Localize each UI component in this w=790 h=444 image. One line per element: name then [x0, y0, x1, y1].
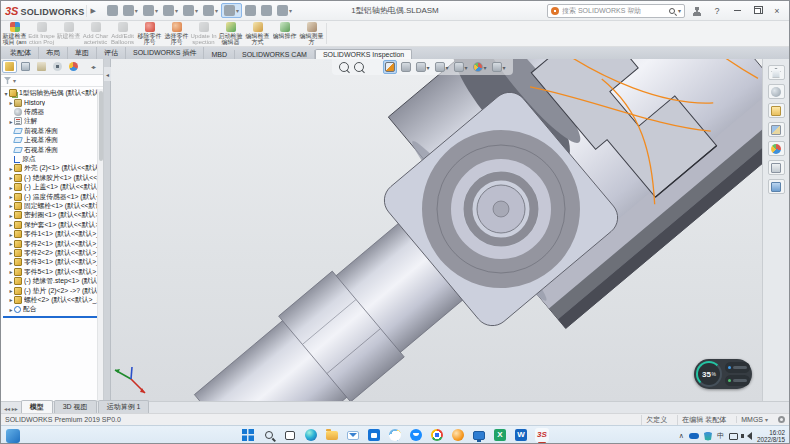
- help-button[interactable]: ?: [709, 4, 725, 18]
- edit-methods-button[interactable]: 编辑检查方式: [244, 21, 271, 46]
- view-orientation-button[interactable]: ▾: [414, 61, 430, 73]
- home-button[interactable]: [105, 4, 120, 17]
- search-caret-icon[interactable]: ▾: [678, 7, 681, 14]
- tree-item[interactable]: 传感器: [8, 107, 103, 116]
- tree-item[interactable]: 零件3<1> (默认<<默认>_显示状: [8, 258, 103, 267]
- file-explorer-tab[interactable]: [768, 103, 785, 118]
- custom-properties-tab[interactable]: [768, 160, 785, 175]
- store-taskbar-icon[interactable]: [367, 428, 381, 442]
- add-characteristic-button[interactable]: Add Characteristic: [82, 21, 109, 46]
- tree-item[interactable]: 外壳 (2)<1> (默认<<默认>_显示状: [8, 164, 103, 173]
- new-document-button[interactable]: ▾: [121, 4, 140, 17]
- tree-item[interactable]: 零件2<2> (默认<<默认>_显示状: [8, 248, 103, 257]
- view-palette-tab[interactable]: [768, 122, 785, 137]
- close-button[interactable]: ×: [769, 4, 785, 18]
- select-balloons-button[interactable]: 选择零件序号: [163, 21, 190, 46]
- tree-item[interactable]: 保护套<1> (默认<<默认>_显示状: [8, 220, 103, 229]
- explorer-taskbar-icon[interactable]: [325, 428, 339, 442]
- tree-item[interactable]: 注解: [8, 117, 103, 126]
- gear-icon[interactable]: [778, 416, 785, 423]
- tree-item[interactable]: 固定螺栓<1> (默认<<默认>_显示: [8, 201, 103, 210]
- tree-item[interactable]: (-) 温度传感器<1> (默认<<默认>_: [8, 192, 103, 201]
- sketch-button[interactable]: [399, 61, 411, 73]
- search-input[interactable]: 搜索 SOLIDWORKS 帮助 ▾: [547, 4, 685, 18]
- tree-item[interactable]: (-) 上盖<1> (默认<<默认>_显示状: [8, 183, 103, 192]
- graphics-viewport[interactable]: ▾ ▾ ▾ ▾ ▾ 3: [111, 59, 762, 401]
- command-tab[interactable]: MBD: [204, 50, 235, 59]
- options-button[interactable]: ▾: [275, 4, 294, 17]
- monitor-taskbar-icon[interactable]: [472, 428, 486, 442]
- panel-splitter[interactable]: ◂: [104, 59, 111, 401]
- featuremanager-tab[interactable]: [2, 60, 17, 73]
- document-tab[interactable]: 运动算例 1: [98, 400, 150, 413]
- menu-expand-arrow-icon[interactable]: ▶: [90, 7, 95, 15]
- document-tab[interactable]: 模型: [21, 400, 53, 413]
- tray-chevron-icon[interactable]: ∧: [679, 432, 684, 440]
- tree-item[interactable]: 前视基准面: [8, 126, 103, 135]
- command-tab[interactable]: SOLIDWORKS CAM: [235, 50, 315, 59]
- tree-item[interactable]: 原点: [8, 154, 103, 163]
- appearances-tab[interactable]: [768, 141, 785, 156]
- propertymanager-tab[interactable]: [18, 60, 33, 73]
- dimxpert-tab[interactable]: [50, 60, 65, 73]
- chrome-taskbar-icon[interactable]: [430, 428, 444, 442]
- edit-project-button[interactable]: Edit Inspection Project: [28, 21, 55, 46]
- units-selector[interactable]: MMGS ▾: [736, 416, 772, 423]
- design-library-tab[interactable]: [768, 84, 785, 99]
- command-tab[interactable]: 草图: [68, 47, 97, 59]
- tree-item[interactable]: 零件1<1> (默认<<默认>_显示状: [8, 229, 103, 238]
- volume-icon[interactable]: [743, 432, 752, 440]
- open-button[interactable]: ▾: [141, 4, 160, 17]
- security-shield-icon[interactable]: [704, 432, 712, 441]
- edit-measure-button[interactable]: 编辑测量方: [298, 21, 325, 46]
- tab-nav-arrows[interactable]: ◂◂ ▸▸: [1, 405, 21, 413]
- widget-button-top[interactable]: [725, 362, 750, 373]
- onedrive-icon[interactable]: [689, 433, 699, 439]
- select-button[interactable]: ▾: [221, 3, 242, 18]
- tree-item[interactable]: History: [8, 98, 103, 107]
- update-project-button[interactable]: Update Inspection Project: [190, 21, 217, 46]
- browser-orange-taskbar-icon[interactable]: [451, 428, 465, 442]
- new-project-button[interactable]: 新建检查项目 (amp;N): [1, 21, 28, 46]
- ime-indicator[interactable]: 中: [717, 431, 724, 441]
- user-account-button[interactable]: [689, 4, 705, 18]
- tree-item[interactable]: 零件2<1> (默认<<默认>_显示状: [8, 239, 103, 248]
- tree-root-assembly[interactable]: ▾ 1型铝轴热电偶 (默认<默认_显示状态-1: [3, 88, 103, 98]
- display-icon[interactable]: [729, 433, 738, 440]
- launch-editor-button[interactable]: 启动检验编辑器: [217, 21, 244, 46]
- configurations-tab[interactable]: [34, 60, 49, 73]
- tree-scrollbar[interactable]: [97, 89, 103, 401]
- solidworks-logo[interactable]: 3S SOLIDWORKS: [5, 5, 87, 17]
- command-tab[interactable]: 布局: [39, 47, 68, 59]
- forum-tab[interactable]: [768, 179, 785, 194]
- search-taskbar-icon[interactable]: [262, 428, 276, 442]
- tree-item[interactable]: 螺栓<2> (默认<<默认>_显示状态: [8, 295, 103, 304]
- restore-button[interactable]: [749, 4, 765, 18]
- section-view-button[interactable]: [382, 60, 396, 74]
- widgets-weather-icon[interactable]: [6, 429, 20, 443]
- document-tab[interactable]: 3D 视图: [54, 400, 97, 413]
- tree-item[interactable]: (-) 垫片 (2)<2> ->? (默认<<默认>: [8, 286, 103, 295]
- display-manager-tab[interactable]: [66, 60, 81, 73]
- tree-filter[interactable]: ▾: [1, 75, 103, 87]
- tree-item[interactable]: (-) 绝缘胶片<1> (默认<<默认>_显: [8, 173, 103, 182]
- command-tab[interactable]: SOLIDWORKS Inspection: [315, 49, 412, 59]
- tree-item[interactable]: 零件5<1> (默认<<默认>_显示状: [8, 267, 103, 276]
- scrollbar-thumb[interactable]: [99, 91, 103, 161]
- print-button[interactable]: ▾: [181, 4, 200, 17]
- edge-taskbar-icon[interactable]: [304, 428, 318, 442]
- zoom-area-button[interactable]: [352, 61, 364, 73]
- add-edit-balloons-button[interactable]: Add/Edit Balloons: [109, 21, 136, 46]
- command-tab[interactable]: SOLIDWORKS 插件: [126, 47, 204, 59]
- hide-show-items-button[interactable]: ▾: [453, 61, 469, 73]
- save-button[interactable]: ▾: [161, 4, 180, 17]
- edit-operations-button[interactable]: 编辑操作: [271, 21, 298, 46]
- command-tab[interactable]: 装配体: [3, 47, 39, 59]
- command-tab[interactable]: 评估: [97, 47, 126, 59]
- mail-taskbar-icon[interactable]: [346, 428, 360, 442]
- file-properties-button[interactable]: [259, 4, 274, 17]
- previous-view-button[interactable]: [367, 61, 379, 73]
- tree-item[interactable]: 配合: [8, 305, 103, 314]
- tree-item[interactable]: (-) 绝缘管.step<1> (默认<<默认>: [8, 276, 103, 285]
- zoom-fit-button[interactable]: [337, 61, 349, 73]
